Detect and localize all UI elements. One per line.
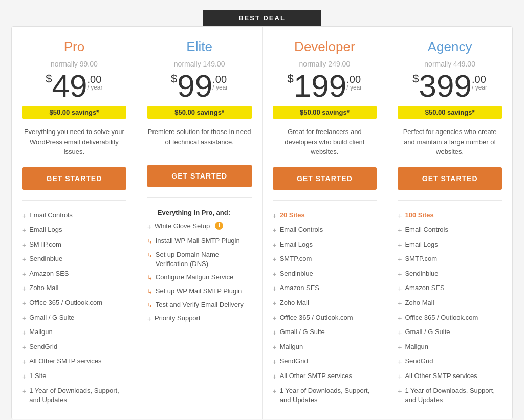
savings-badge-agency: $50.00 savings* [398, 106, 502, 119]
list-item: +Email Logs [398, 238, 502, 253]
best-deal-banner: BEST DEAL [203, 10, 321, 26]
price-year-elite: / year [212, 84, 228, 91]
list-item: +20 Sites [273, 209, 377, 224]
list-item: ↳Test and Verify Email Delivery [147, 298, 252, 312]
list-item: +Email Logs [22, 223, 126, 238]
get-started-button-developer[interactable]: GET STARTED [273, 167, 377, 190]
feature-text: 1 Year of Downloads, Support, and Update… [405, 386, 502, 405]
feature-text: Amazon SES [29, 269, 69, 278]
list-item: ↳Set up WP Mail SMTP Plugin [147, 284, 252, 298]
plus-icon: + [147, 222, 151, 232]
get-started-button-elite[interactable]: GET STARTED [147, 165, 252, 187]
get-started-button-agency[interactable]: GET STARTED [398, 167, 502, 190]
feature-text: Set up Domain Name Verification (DNS) [156, 250, 252, 269]
plan-name-agency: Agency [398, 39, 502, 55]
plus-icon: + [398, 343, 402, 353]
plus-icon: + [273, 343, 277, 353]
plus-icon: + [398, 270, 402, 280]
plan-name-pro: Pro [22, 39, 126, 55]
feature-text: Configure Mailgun Service [156, 273, 233, 282]
feature-text: Office 365 / Outlook.com [280, 313, 353, 322]
plus-icon: + [22, 270, 26, 280]
price-main-agency: 399 [419, 70, 472, 102]
divider-elite [147, 197, 252, 198]
feature-text: Mailgun [405, 342, 428, 351]
feature-text: 1 Year of Downloads, Support, and Update… [29, 386, 126, 405]
plus-icon: + [398, 299, 402, 309]
plus-icon: + [398, 357, 402, 367]
list-item: ↳Configure Mailgun Service [147, 271, 252, 284]
feature-text: 1 Site [29, 371, 46, 381]
plus-icon: + [273, 284, 277, 294]
price-row-pro: $49.00/ year [22, 70, 126, 102]
feature-text: Sendinblue [405, 269, 438, 278]
list-item: +Priority Support [147, 312, 252, 326]
feature-text: SMTP.com [405, 254, 437, 263]
list-item: +Zoho Mail [273, 296, 377, 311]
feature-text: White Glove Setup [155, 222, 210, 231]
plus-icon: + [273, 255, 277, 265]
features-list-developer: +20 Sites+Email Controls+Email Logs+SMTP… [273, 209, 377, 407]
plan-pro: Pronormally 99.00$49.00/ year$50.00 savi… [12, 27, 137, 419]
plans-container: Pronormally 99.00$49.00/ year$50.00 savi… [11, 26, 513, 419]
list-item: +Mailgun [398, 340, 502, 355]
plan-description-agency: Perfect for agencies who create and main… [398, 127, 502, 157]
price-cents-year-elite: .00/ year [212, 74, 228, 91]
plan-name-elite: Elite [147, 39, 252, 55]
list-item: +Email Controls [398, 223, 502, 238]
price-row-elite: $99.00/ year [147, 70, 252, 102]
plan-description-developer: Great for freelancers and developers who… [273, 127, 377, 157]
price-year-developer: / year [346, 84, 362, 91]
list-item: +Office 365 / Outlook.com [22, 296, 126, 311]
list-item: +Mailgun [273, 340, 377, 355]
plus-icon: + [273, 314, 277, 324]
feature-text: Sendinblue [280, 269, 313, 278]
feature-text: Office 365 / Outlook.com [29, 298, 102, 307]
plus-icon: + [398, 240, 402, 251]
plan-description-elite: Premiere solution for those in need of t… [147, 127, 252, 154]
price-dollar-agency: $ [412, 73, 419, 84]
price-cents-developer: .00 [346, 74, 361, 84]
feature-text: SendGrid [29, 342, 57, 351]
price-cents-pro: .00 [87, 74, 101, 84]
plus-icon: + [273, 226, 277, 236]
feature-text: Priority Support [155, 314, 201, 323]
normal-price-agency: normally 449.00 [398, 60, 502, 68]
list-item: +Sendinblue [22, 252, 126, 267]
list-item: ↳Install WP Mail SMTP Plugin [147, 234, 252, 248]
plus-icon: + [22, 255, 26, 265]
feature-text: SMTP.com [29, 240, 61, 249]
feature-text: Gmail / G Suite [29, 313, 74, 322]
list-item: +1 Year of Downloads, Support, and Updat… [398, 384, 502, 407]
plus-icon: + [22, 343, 26, 353]
list-item: +Amazon SES [22, 267, 126, 282]
divider-developer [273, 200, 377, 201]
list-item: +White Glove Setupi [147, 219, 252, 234]
plus-icon: + [398, 328, 402, 338]
list-item: +Email Controls [22, 209, 126, 224]
feature-text: SendGrid [405, 357, 433, 366]
plus-icon: + [273, 328, 277, 338]
feature-text: SMTP.com [280, 254, 312, 263]
get-started-button-pro[interactable]: GET STARTED [22, 167, 126, 190]
feature-text: All Other SMTP services [405, 371, 477, 381]
feature-text: 100 Sites [405, 211, 433, 220]
price-cents-elite: .00 [212, 74, 227, 84]
list-item: +Amazon SES [398, 281, 502, 296]
price-dollar-developer: $ [288, 73, 294, 84]
list-item: +Sendinblue [273, 267, 377, 282]
list-item: +Office 365 / Outlook.com [398, 311, 502, 326]
features-list-agency: +100 Sites+Email Controls+Email Logs+SMT… [398, 209, 502, 407]
plus-icon: + [398, 314, 402, 324]
list-item: +All Other SMTP services [398, 369, 502, 384]
feature-text: Email Controls [29, 211, 73, 220]
arrow-icon: ↳ [147, 251, 152, 260]
arrow-icon: ↳ [147, 288, 152, 296]
feature-text: Sendinblue [29, 254, 62, 263]
list-item: +100 Sites [398, 209, 502, 224]
info-icon[interactable]: i [215, 222, 223, 230]
plus-icon: + [398, 372, 402, 382]
feature-text: Everything in Pro, and: [158, 208, 230, 217]
plus-icon: + [22, 299, 26, 309]
plus-icon: + [22, 240, 26, 251]
